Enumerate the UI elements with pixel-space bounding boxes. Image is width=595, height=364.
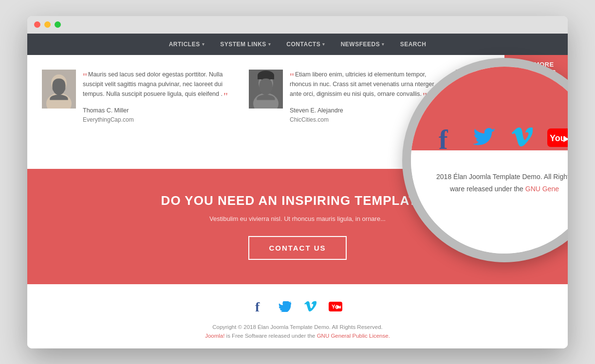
testimonials-section: "Mauris sed lacus sed dolor egestas port… bbox=[27, 55, 568, 169]
titlebar bbox=[27, 16, 568, 34]
footer-license: Joomla! is Free Software released under … bbox=[37, 333, 558, 339]
avatar-face-1 bbox=[42, 70, 76, 109]
close-quote-icon: " bbox=[223, 90, 228, 102]
quote-text-1: "Mauris sed lacus sed dolor egestas port… bbox=[83, 70, 234, 99]
nav-newsfeeds[interactable]: NEWSFEEDS ▾ bbox=[333, 34, 392, 55]
footer-copyright: Copyright © 2018 Élan Joomla Template De… bbox=[37, 324, 558, 330]
nav-contacts[interactable]: CONTACTS ▾ bbox=[279, 34, 333, 55]
joomla-link[interactable]: Joomla! bbox=[205, 333, 224, 339]
testimonial-author-2: Steven E. Alejandre ChicCities.com bbox=[290, 106, 441, 125]
site-wrapper: ARTICLES ▾ SYSTEM LINKS ▾ CONTACTS ▾ NEW… bbox=[27, 34, 568, 348]
svg-point-8 bbox=[262, 81, 264, 83]
footer-section: f You ▶ bbox=[27, 284, 568, 348]
facebook-icon[interactable]: f bbox=[252, 299, 267, 314]
navbar: ARTICLES ▾ SYSTEM LINKS ▾ CONTACTS ▾ NEW… bbox=[27, 34, 568, 55]
svg-point-14 bbox=[460, 93, 485, 109]
chevron-down-icon: ▾ bbox=[382, 42, 385, 47]
youtube-icon[interactable]: You ▶ bbox=[328, 299, 343, 314]
svg-point-15 bbox=[469, 82, 471, 84]
maximize-button[interactable] bbox=[55, 21, 61, 28]
svg-point-7 bbox=[253, 93, 279, 109]
contact-us-button[interactable]: CONTACT US bbox=[248, 236, 346, 260]
mac-window: ARTICLES ▾ SYSTEM LINKS ▾ CONTACTS ▾ NEW… bbox=[27, 16, 568, 348]
avatar-2 bbox=[249, 70, 283, 109]
avatar-3 bbox=[456, 70, 490, 109]
nav-articles[interactable]: ARTICLES ▾ bbox=[161, 34, 213, 55]
avatar-face-3 bbox=[456, 70, 490, 109]
svg-point-3 bbox=[55, 81, 57, 83]
svg-point-2 bbox=[46, 93, 72, 109]
svg-point-13 bbox=[465, 74, 480, 92]
nav-search[interactable]: SEARCH bbox=[392, 34, 434, 55]
avatar-1 bbox=[42, 70, 76, 109]
svg-point-4 bbox=[61, 81, 64, 83]
svg-point-16 bbox=[475, 82, 477, 84]
chevron-down-icon: ▾ bbox=[202, 42, 205, 47]
testimonial-author-1: Thomas C. Miller EverythingCap.com bbox=[83, 106, 234, 125]
avatar-face-2 bbox=[249, 70, 283, 109]
close-button[interactable] bbox=[34, 21, 40, 28]
gnu-link[interactable]: GNU General Public License. bbox=[317, 333, 390, 339]
testimonial-content-2: "Etiam libero enim, ultricies id element… bbox=[290, 70, 441, 154]
testimonial-card-2: "Etiam libero enim, ultricies id element… bbox=[249, 70, 441, 154]
svg-text:f: f bbox=[255, 300, 260, 313]
testimonial-card-1: "Mauris sed lacus sed dolor egestas port… bbox=[42, 70, 234, 154]
cta-title: DO YOU NEED AN INSPIRING TEMPLATE? bbox=[42, 193, 553, 208]
chevron-down-icon: ▾ bbox=[322, 42, 325, 47]
svg-point-6 bbox=[259, 75, 273, 91]
chevron-down-icon: ▾ bbox=[268, 42, 271, 47]
cta-section: DO YOU NEED AN INSPIRING TEMPLATE? Vesti… bbox=[27, 169, 568, 284]
social-icons: f You ▶ bbox=[37, 299, 558, 314]
svg-point-9 bbox=[268, 81, 270, 83]
vimeo-icon[interactable] bbox=[302, 299, 318, 314]
nav-system-links[interactable]: SYSTEM LINKS ▾ bbox=[212, 34, 279, 55]
svg-point-1 bbox=[51, 74, 67, 92]
minimize-button[interactable] bbox=[44, 21, 51, 28]
cta-subtitle: Vestibulim eu vivierra nisl. Ut rhoncus … bbox=[42, 215, 553, 222]
testimonial-content-1: "Mauris sed lacus sed dolor egestas port… bbox=[83, 70, 234, 154]
twitter-icon[interactable] bbox=[277, 299, 293, 314]
svg-rect-11 bbox=[258, 75, 274, 79]
get-more-banner[interactable]: GET MORE TEMPLATES bbox=[504, 55, 568, 83]
quote-text-2: "Etiam libero enim, ultricies id element… bbox=[290, 70, 441, 99]
close-quote-icon: " bbox=[423, 90, 427, 102]
